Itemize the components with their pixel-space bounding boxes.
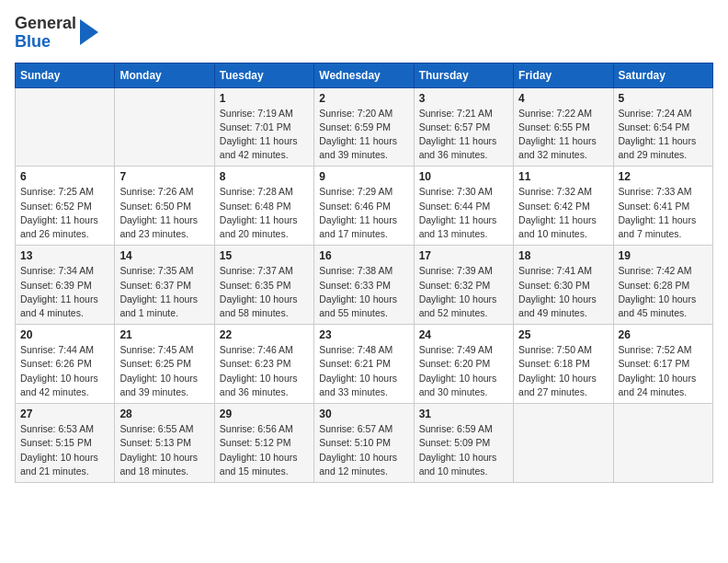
calendar-cell: 24Sunrise: 7:49 AM Sunset: 6:20 PM Dayli… — [414, 325, 513, 404]
day-info: Sunrise: 6:59 AM Sunset: 5:09 PM Dayligh… — [419, 422, 508, 478]
week-row-4: 20Sunrise: 7:44 AM Sunset: 6:26 PM Dayli… — [16, 325, 713, 404]
day-info: Sunrise: 7:44 AM Sunset: 6:26 PM Dayligh… — [20, 343, 109, 399]
week-row-1: 1Sunrise: 7:19 AM Sunset: 7:01 PM Daylig… — [16, 87, 713, 167]
day-info: Sunrise: 7:30 AM Sunset: 6:44 PM Dayligh… — [419, 185, 508, 241]
day-number: 3 — [419, 92, 508, 105]
day-info: Sunrise: 6:57 AM Sunset: 5:10 PM Dayligh… — [319, 422, 408, 478]
calendar-cell: 31Sunrise: 6:59 AM Sunset: 5:09 PM Dayli… — [414, 404, 513, 483]
calendar-cell: 14Sunrise: 7:35 AM Sunset: 6:37 PM Dayli… — [115, 246, 214, 325]
calendar-cell: 30Sunrise: 6:57 AM Sunset: 5:10 PM Dayli… — [314, 404, 414, 483]
day-info: Sunrise: 7:22 AM Sunset: 6:55 PM Dayligh… — [518, 107, 608, 163]
calendar-cell: 21Sunrise: 7:45 AM Sunset: 6:25 PM Dayli… — [115, 325, 214, 404]
day-number: 14 — [119, 249, 209, 262]
day-number: 30 — [319, 408, 408, 420]
calendar-cell: 12Sunrise: 7:33 AM Sunset: 6:41 PM Dayli… — [613, 167, 712, 246]
header-wednesday: Wednesday — [314, 63, 414, 87]
day-number: 22 — [220, 328, 309, 341]
calendar-cell: 15Sunrise: 7:37 AM Sunset: 6:35 PM Dayli… — [214, 246, 313, 325]
calendar-cell: 27Sunrise: 6:53 AM Sunset: 5:15 PM Dayli… — [16, 404, 115, 483]
calendar-cell: 13Sunrise: 7:34 AM Sunset: 6:39 PM Dayli… — [16, 246, 115, 325]
logo: General Blue — [15, 15, 98, 52]
day-number: 31 — [419, 408, 508, 420]
calendar-cell: 3Sunrise: 7:21 AM Sunset: 6:57 PM Daylig… — [414, 87, 513, 167]
header-monday: Monday — [115, 63, 214, 87]
calendar-header-row: SundayMondayTuesdayWednesdayThursdayFrid… — [16, 63, 713, 87]
day-info: Sunrise: 7:39 AM Sunset: 6:32 PM Dayligh… — [419, 264, 508, 320]
week-row-2: 6Sunrise: 7:25 AM Sunset: 6:52 PM Daylig… — [16, 167, 713, 246]
day-info: Sunrise: 7:42 AM Sunset: 6:28 PM Dayligh… — [619, 264, 708, 320]
day-number: 9 — [319, 170, 408, 183]
day-number: 11 — [518, 170, 608, 183]
calendar-cell — [514, 404, 613, 483]
day-number: 27 — [20, 408, 109, 420]
calendar-cell: 10Sunrise: 7:30 AM Sunset: 6:44 PM Dayli… — [414, 167, 513, 246]
day-number: 4 — [518, 92, 608, 105]
calendar-cell: 6Sunrise: 7:25 AM Sunset: 6:52 PM Daylig… — [16, 167, 115, 246]
day-number: 24 — [419, 328, 508, 341]
calendar-cell — [115, 87, 214, 167]
day-number: 19 — [619, 249, 708, 262]
day-number: 28 — [119, 408, 209, 420]
page-header: General Blue — [15, 15, 713, 52]
day-info: Sunrise: 7:41 AM Sunset: 6:30 PM Dayligh… — [518, 264, 608, 320]
day-number: 18 — [518, 249, 608, 262]
header-tuesday: Tuesday — [214, 63, 313, 87]
day-number: 15 — [220, 249, 309, 262]
calendar-cell — [613, 404, 712, 483]
day-number: 21 — [119, 328, 209, 341]
logo-general: General — [15, 14, 76, 32]
day-number: 23 — [319, 328, 408, 341]
day-info: Sunrise: 7:26 AM Sunset: 6:50 PM Dayligh… — [119, 185, 209, 241]
calendar-cell: 16Sunrise: 7:38 AM Sunset: 6:33 PM Dayli… — [314, 246, 414, 325]
header-sunday: Sunday — [16, 63, 115, 87]
week-row-5: 27Sunrise: 6:53 AM Sunset: 5:15 PM Dayli… — [16, 404, 713, 483]
calendar-cell — [16, 87, 115, 167]
day-number: 13 — [20, 249, 109, 262]
calendar-cell: 9Sunrise: 7:29 AM Sunset: 6:46 PM Daylig… — [314, 167, 414, 246]
day-info: Sunrise: 7:46 AM Sunset: 6:23 PM Dayligh… — [220, 343, 309, 399]
day-info: Sunrise: 6:56 AM Sunset: 5:12 PM Dayligh… — [220, 422, 309, 478]
calendar-cell: 26Sunrise: 7:52 AM Sunset: 6:17 PM Dayli… — [613, 325, 712, 404]
calendar-cell: 4Sunrise: 7:22 AM Sunset: 6:55 PM Daylig… — [514, 87, 613, 167]
day-info: Sunrise: 7:37 AM Sunset: 6:35 PM Dayligh… — [220, 264, 309, 320]
day-number: 26 — [619, 328, 708, 341]
day-info: Sunrise: 7:50 AM Sunset: 6:18 PM Dayligh… — [518, 343, 608, 399]
day-info: Sunrise: 7:29 AM Sunset: 6:46 PM Dayligh… — [319, 185, 408, 241]
day-info: Sunrise: 7:32 AM Sunset: 6:42 PM Dayligh… — [518, 185, 608, 241]
logo-text: General Blue — [15, 15, 76, 52]
day-info: Sunrise: 7:35 AM Sunset: 6:37 PM Dayligh… — [119, 264, 209, 320]
day-number: 29 — [220, 408, 309, 420]
header-thursday: Thursday — [414, 63, 513, 87]
day-info: Sunrise: 7:25 AM Sunset: 6:52 PM Dayligh… — [20, 185, 109, 241]
day-number: 16 — [319, 249, 408, 262]
calendar-cell: 2Sunrise: 7:20 AM Sunset: 6:59 PM Daylig… — [314, 87, 414, 167]
calendar-cell: 23Sunrise: 7:48 AM Sunset: 6:21 PM Dayli… — [314, 325, 414, 404]
day-info: Sunrise: 7:28 AM Sunset: 6:48 PM Dayligh… — [220, 185, 309, 241]
calendar-cell: 28Sunrise: 6:55 AM Sunset: 5:13 PM Dayli… — [115, 404, 214, 483]
calendar-cell: 29Sunrise: 6:56 AM Sunset: 5:12 PM Dayli… — [214, 404, 313, 483]
day-info: Sunrise: 7:20 AM Sunset: 6:59 PM Dayligh… — [319, 107, 408, 163]
day-info: Sunrise: 7:52 AM Sunset: 6:17 PM Dayligh… — [619, 343, 708, 399]
logo-arrow-icon — [80, 19, 98, 45]
logo-blue: Blue — [15, 32, 51, 51]
day-number: 6 — [20, 170, 109, 183]
day-info: Sunrise: 7:21 AM Sunset: 6:57 PM Dayligh… — [419, 107, 508, 163]
calendar-cell: 1Sunrise: 7:19 AM Sunset: 7:01 PM Daylig… — [214, 87, 313, 167]
day-number: 17 — [419, 249, 508, 262]
day-info: Sunrise: 6:53 AM Sunset: 5:15 PM Dayligh… — [20, 422, 109, 478]
day-number: 7 — [119, 170, 209, 183]
day-number: 2 — [319, 92, 408, 105]
day-info: Sunrise: 7:38 AM Sunset: 6:33 PM Dayligh… — [319, 264, 408, 320]
calendar-cell: 8Sunrise: 7:28 AM Sunset: 6:48 PM Daylig… — [214, 167, 313, 246]
calendar-cell: 20Sunrise: 7:44 AM Sunset: 6:26 PM Dayli… — [16, 325, 115, 404]
calendar-cell: 18Sunrise: 7:41 AM Sunset: 6:30 PM Dayli… — [514, 246, 613, 325]
calendar-cell: 5Sunrise: 7:24 AM Sunset: 6:54 PM Daylig… — [613, 87, 712, 167]
day-info: Sunrise: 7:48 AM Sunset: 6:21 PM Dayligh… — [319, 343, 408, 399]
calendar-cell: 7Sunrise: 7:26 AM Sunset: 6:50 PM Daylig… — [115, 167, 214, 246]
calendar-cell: 25Sunrise: 7:50 AM Sunset: 6:18 PM Dayli… — [514, 325, 613, 404]
week-row-3: 13Sunrise: 7:34 AM Sunset: 6:39 PM Dayli… — [16, 246, 713, 325]
day-number: 10 — [419, 170, 508, 183]
day-info: Sunrise: 6:55 AM Sunset: 5:13 PM Dayligh… — [119, 422, 209, 478]
day-number: 8 — [220, 170, 309, 183]
day-info: Sunrise: 7:24 AM Sunset: 6:54 PM Dayligh… — [619, 107, 708, 163]
